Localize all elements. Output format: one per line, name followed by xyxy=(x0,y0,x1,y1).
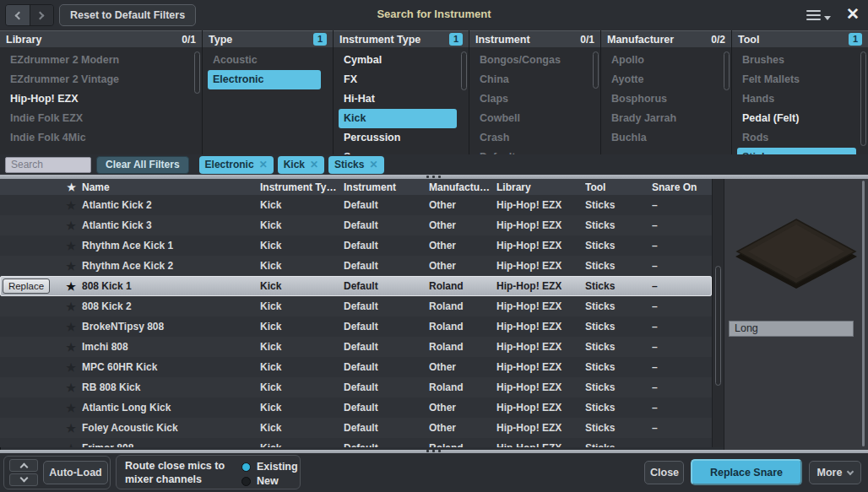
back-button[interactable] xyxy=(6,5,30,25)
column-scrollbar-thumb[interactable] xyxy=(860,51,866,146)
auto-load-button[interactable]: Auto-Load xyxy=(43,461,108,484)
radio-on-icon[interactable] xyxy=(241,462,251,472)
star-icon[interactable]: ★ xyxy=(66,321,76,333)
clear-all-filters-button[interactable]: Clear All Filters xyxy=(96,156,189,174)
table-row[interactable]: ★ Atlantic Kick 2 Kick Default Other Hip… xyxy=(0,195,712,215)
preview-scrollbar[interactable] xyxy=(862,181,865,446)
table-scrollbar-thumb[interactable] xyxy=(715,266,721,386)
filter-item[interactable]: Apollo xyxy=(601,51,731,70)
star-icon[interactable]: ★ xyxy=(66,361,76,374)
radio-new[interactable]: New xyxy=(241,475,279,487)
star-icon[interactable]: ★ xyxy=(66,381,76,394)
column-scrollbar-thumb[interactable] xyxy=(724,51,730,90)
filter-item[interactable]: Bosphorus xyxy=(601,89,731,109)
table-scrollbar[interactable] xyxy=(712,179,724,447)
star-icon[interactable]: ★ xyxy=(66,402,76,414)
filter-item[interactable]: Electronic xyxy=(208,70,321,89)
filter-item[interactable]: Buchla xyxy=(601,128,731,148)
filter-item[interactable]: Felt Mallets xyxy=(732,70,868,89)
filter-item[interactable]: Acoustic xyxy=(203,51,333,70)
filter-list: Cymbal FX Hi-Hat Kick Percussion Snare xyxy=(334,47,469,154)
table-row[interactable]: ★ Atlantic Kick 3 Kick Default Other Hip… xyxy=(0,215,712,235)
replace-snare-button[interactable]: Replace Snare xyxy=(691,459,802,485)
star-icon[interactable]: ★ xyxy=(66,199,76,212)
column-header-3[interactable]: Instrument xyxy=(344,181,429,193)
filter-item[interactable]: Sticks xyxy=(737,148,856,154)
filter-item[interactable]: Snare xyxy=(334,148,469,154)
filter-item[interactable]: Bongos/Congas xyxy=(469,51,600,70)
filter-chip-sticks[interactable]: Sticks ✕ xyxy=(328,156,383,174)
more-button[interactable]: More xyxy=(809,461,861,484)
filter-item[interactable]: Hi-Hat xyxy=(334,89,469,109)
forward-button[interactable] xyxy=(30,5,54,25)
cell-snare-on: – xyxy=(652,361,712,373)
filter-chip-electronic[interactable]: Electronic ✕ xyxy=(199,156,274,174)
table-row[interactable]: ★ MPC 60HR Kick Kick Default Other Hip-H… xyxy=(0,357,712,377)
filter-item[interactable]: FX xyxy=(334,70,469,89)
filter-item[interactable]: Pedal (Felt) xyxy=(732,109,868,128)
star-icon[interactable]: ★ xyxy=(66,280,76,293)
filter-item[interactable]: Default xyxy=(469,148,600,154)
filter-item[interactable]: Hip-Hop! EZX xyxy=(0,89,202,109)
table-row[interactable]: ★ 808 Kick 1 Kick Default Roland Hip-Hop… xyxy=(0,276,712,296)
favorite-column-header[interactable]: ★ xyxy=(0,181,82,193)
column-header-2[interactable]: Instrument Ty… xyxy=(260,181,344,193)
column-header-5[interactable]: Library xyxy=(496,181,585,193)
radio-off-icon[interactable] xyxy=(241,477,251,486)
filter-item[interactable]: Claps xyxy=(469,89,600,109)
filter-item[interactable]: Indie Folk 4Mic xyxy=(0,128,202,148)
star-icon[interactable]: ★ xyxy=(66,260,76,273)
column-scrollbar-thumb[interactable] xyxy=(593,51,599,89)
filter-item[interactable]: Kick xyxy=(339,109,457,128)
remove-chip-icon[interactable]: ✕ xyxy=(310,159,318,170)
star-icon[interactable]: ★ xyxy=(66,341,76,354)
filter-item[interactable]: Indie Folk EZX xyxy=(0,109,202,128)
column-header-1[interactable]: Name xyxy=(82,181,260,193)
column-header-7[interactable]: Snare On xyxy=(652,181,712,193)
star-icon[interactable]: ★ xyxy=(66,219,76,232)
filter-column-header: Library 0/1 xyxy=(0,30,202,47)
filter-item[interactable]: Brushes xyxy=(732,51,868,70)
next-item-button[interactable] xyxy=(9,473,38,486)
filter-item[interactable]: Crash xyxy=(469,128,600,148)
table-row[interactable]: ★ Atlantic Long Kick Kick Default Other … xyxy=(0,397,712,418)
replace-button[interactable]: Replace xyxy=(3,278,50,294)
filter-item[interactable]: Ayotte xyxy=(601,70,731,89)
radio-existing[interactable]: Existing xyxy=(241,461,298,473)
star-icon[interactable]: ★ xyxy=(66,240,76,252)
filter-item[interactable]: China xyxy=(469,70,600,89)
close-icon[interactable]: ✕ xyxy=(843,4,863,24)
column-header-4[interactable]: Manufactu… xyxy=(429,181,496,193)
table-row[interactable]: ★ 808 Kick 2 Kick Default Roland Hip-Hop… xyxy=(0,296,712,316)
filter-item[interactable]: Rods xyxy=(732,128,868,148)
remove-chip-icon[interactable]: ✕ xyxy=(259,159,268,170)
filter-item[interactable]: EZdrummer 2 Modern xyxy=(0,51,202,70)
star-icon[interactable]: ★ xyxy=(66,422,76,435)
star-icon[interactable]: ★ xyxy=(66,442,76,448)
remove-chip-icon[interactable]: ✕ xyxy=(369,159,377,170)
filter-item[interactable]: Brady Jarrah xyxy=(601,109,731,128)
close-button[interactable]: Close xyxy=(644,461,684,484)
column-header-6[interactable]: Tool xyxy=(585,181,652,193)
filter-item[interactable]: Cowbell xyxy=(469,109,600,128)
previous-item-button[interactable] xyxy=(9,459,38,472)
filter-item[interactable]: Hands xyxy=(732,89,868,109)
table-row[interactable]: ★ BrokeNTipsy 808 Kick Default Roland Hi… xyxy=(0,316,712,337)
reset-filters-button[interactable]: Reset to Default Filters xyxy=(59,4,196,26)
cell-tool: Sticks xyxy=(585,280,652,292)
search-input[interactable] xyxy=(5,157,91,173)
table-row[interactable]: ★ Rhythm Ace Kick 1 Kick Default Other H… xyxy=(0,235,712,256)
star-icon[interactable]: ★ xyxy=(66,300,76,313)
filter-item[interactable]: Percussion xyxy=(334,128,469,148)
filter-chip-kick[interactable]: Kick ✕ xyxy=(278,156,324,174)
table-row[interactable]: ★ Foley Acoustic Kick Kick Default Other… xyxy=(0,418,712,438)
menu-button[interactable] xyxy=(806,8,835,23)
table-row[interactable]: ★ RB 808 Kick Kick Default Roland Hip-Ho… xyxy=(0,377,712,397)
table-row[interactable]: ★ Rhythm Ace Kick 2 Kick Default Other H… xyxy=(0,256,712,276)
column-scrollbar-thumb[interactable] xyxy=(194,51,200,94)
table-row[interactable]: ★ Frimor 808 Kick Default Roland Hip-Hop… xyxy=(0,438,712,447)
filter-item[interactable]: Cymbal xyxy=(334,51,469,70)
column-scrollbar-thumb[interactable] xyxy=(461,51,467,90)
filter-item[interactable]: EZdrummer 2 Vintage xyxy=(0,70,202,89)
table-row[interactable]: ★ Imchi 808 Kick Default Roland Hip-Hop!… xyxy=(0,337,712,357)
